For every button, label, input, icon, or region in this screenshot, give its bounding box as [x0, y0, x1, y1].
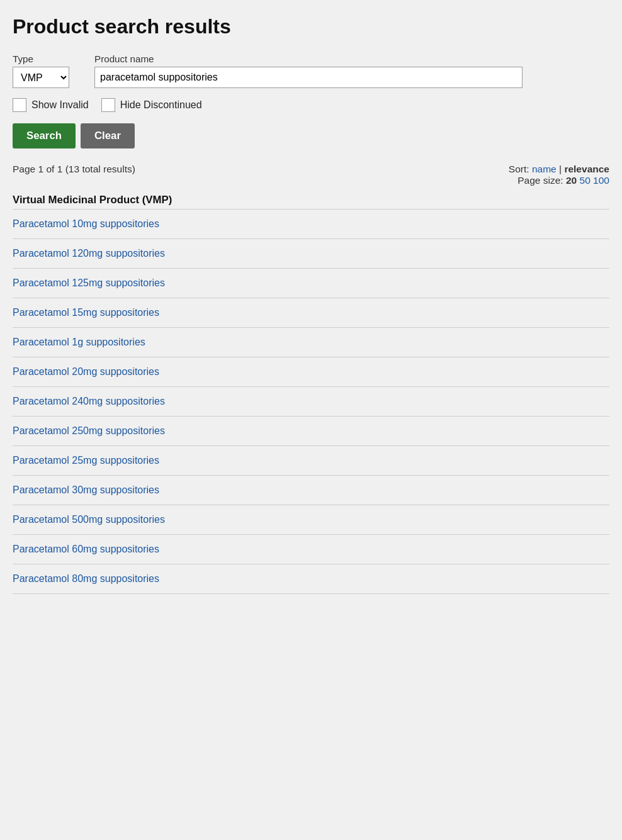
list-item: Paracetamol 20mg suppositories: [13, 357, 609, 387]
search-button[interactable]: Search: [13, 123, 76, 148]
list-item: Paracetamol 250mg suppositories: [13, 417, 609, 446]
product-name-label: Product name: [94, 53, 609, 64]
sort-info: Sort: name | relevance Page size: 20 50 …: [509, 164, 609, 186]
list-item: Paracetamol 60mg suppositories: [13, 535, 609, 564]
result-link[interactable]: Paracetamol 80mg suppositories: [13, 573, 159, 584]
show-invalid-label: Show Invalid: [31, 99, 89, 111]
list-item: Paracetamol 1g suppositories: [13, 328, 609, 357]
result-link[interactable]: Paracetamol 500mg suppositories: [13, 514, 165, 525]
page-size-100-link[interactable]: 100: [593, 175, 609, 186]
list-item: Paracetamol 80mg suppositories: [13, 564, 609, 594]
type-select[interactable]: VMP AMP VMPP AMPP: [13, 67, 69, 88]
section-heading: Virtual Medicinal Product (VMP): [13, 194, 609, 206]
list-item: Paracetamol 125mg suppositories: [13, 269, 609, 298]
list-item: Paracetamol 500mg suppositories: [13, 505, 609, 535]
result-link[interactable]: Paracetamol 30mg suppositories: [13, 484, 159, 495]
result-link[interactable]: Paracetamol 1g suppositories: [13, 337, 145, 347]
result-link[interactable]: Paracetamol 250mg suppositories: [13, 425, 165, 436]
result-link[interactable]: Paracetamol 10mg suppositories: [13, 218, 159, 229]
page-size-current: 20: [566, 175, 577, 186]
hide-discontinued-label: Hide Discontinued: [120, 99, 202, 111]
list-item: Paracetamol 10mg suppositories: [13, 210, 609, 239]
result-link[interactable]: Paracetamol 15mg suppositories: [13, 307, 159, 318]
clear-button[interactable]: Clear: [81, 123, 135, 148]
result-link[interactable]: Paracetamol 20mg suppositories: [13, 366, 159, 377]
result-link[interactable]: Paracetamol 125mg suppositories: [13, 277, 165, 288]
result-link[interactable]: Paracetamol 240mg suppositories: [13, 396, 165, 406]
list-item: Paracetamol 25mg suppositories: [13, 446, 609, 476]
result-link[interactable]: Paracetamol 120mg suppositories: [13, 248, 165, 259]
type-label: Type: [13, 53, 69, 64]
sort-relevance: relevance: [564, 164, 609, 174]
show-invalid-checkbox[interactable]: [13, 98, 26, 112]
sort-label: Sort:: [509, 164, 529, 174]
list-item: Paracetamol 120mg suppositories: [13, 239, 609, 269]
result-link[interactable]: Paracetamol 25mg suppositories: [13, 455, 159, 466]
list-item: Paracetamol 15mg suppositories: [13, 298, 609, 328]
hide-discontinued-checkbox[interactable]: [101, 98, 115, 112]
list-item: Paracetamol 30mg suppositories: [13, 476, 609, 505]
page-size-label: Page size:: [517, 175, 563, 186]
list-item: Paracetamol 240mg suppositories: [13, 387, 609, 417]
page-title: Product search results: [13, 15, 609, 38]
page-size-50-link[interactable]: 50: [580, 175, 591, 186]
sort-name-link[interactable]: name: [532, 164, 557, 174]
product-name-input[interactable]: [94, 67, 523, 88]
results-list: Paracetamol 10mg suppositoriesParacetamo…: [13, 209, 609, 594]
page-info: Page 1 of 1 (13 total results): [13, 164, 135, 175]
result-link[interactable]: Paracetamol 60mg suppositories: [13, 544, 159, 554]
